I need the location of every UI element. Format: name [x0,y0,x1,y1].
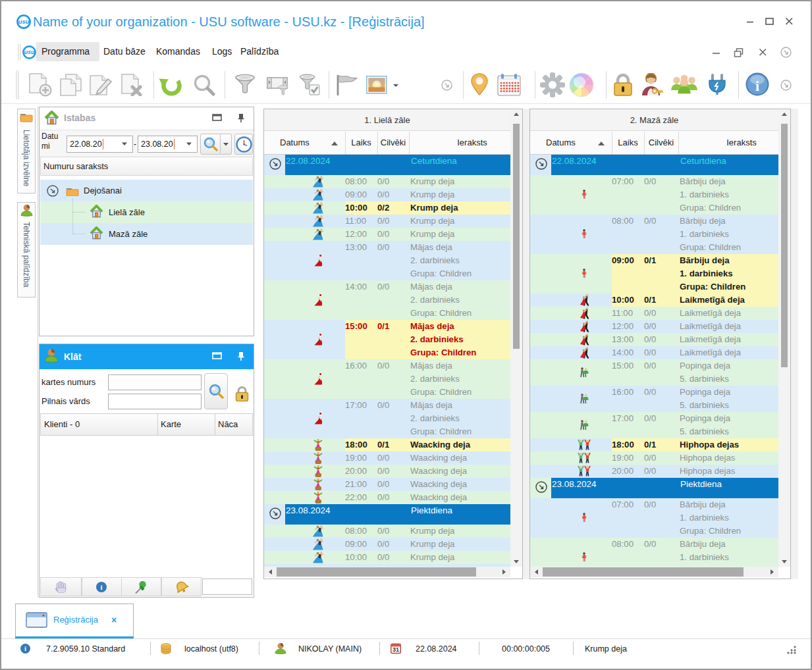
svg-text:usu: usu [24,49,35,55]
svg-text:usu: usu [18,18,30,25]
svg-text:i: i [755,78,759,94]
svg-text:i: i [100,583,102,591]
svg-text:31: 31 [392,646,399,653]
svg-text:i: i [24,645,26,652]
